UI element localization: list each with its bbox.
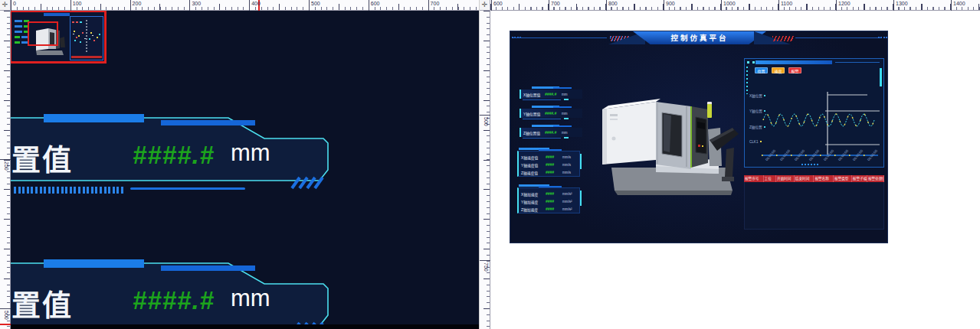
thumbnail-alarm-header — [71, 56, 102, 58]
underline-decor — [523, 138, 561, 138]
alarm-table-body[interactable] — [744, 182, 884, 230]
alarm-table[interactable]: 报警序号工位开始时间结束时间报警名称报警类型报警子编号报警处理值 — [744, 175, 884, 230]
chart-legend: 位置 速度 报警 — [755, 67, 801, 73]
alarm-column-header: 报警子编号 — [852, 175, 867, 182]
speed-value-placeholder: #### — [546, 155, 562, 159]
alarm-column-header: 报警名称 — [814, 175, 834, 182]
viewport-rectangle[interactable] — [28, 21, 58, 46]
axis-label: Z轴位置值 — [523, 130, 545, 135]
ruler-vertical: 250500 — [0, 11, 11, 329]
widget-value-placeholder: ####.# — [133, 286, 215, 315]
axis-position-widget[interactable]: Z轴位置值 ####.# mm — [519, 125, 584, 140]
speed-unit: mm/s — [562, 163, 571, 167]
top-bar-decor — [44, 259, 144, 268]
panel-header-bar — [755, 60, 832, 64]
axis-unit: mm — [562, 93, 568, 96]
step-signal-line — [825, 92, 880, 155]
bottom-dashes-decor — [14, 187, 123, 194]
widget-label: 位置值 — [11, 136, 103, 178]
chart-x-labels: 00:00:0000:00:0000:00:0000:00:0000:00:00… — [765, 159, 881, 163]
top-bar-decor-2 — [553, 87, 572, 89]
speed-label: Y轴速度值 — [521, 162, 546, 168]
speed-row: Y轴速度值 #### mm/s — [521, 161, 579, 168]
position-value-widget[interactable]: 位置值 ####.# mm — [11, 113, 339, 199]
position-value-widget[interactable]: 位置值 ####.# mm — [11, 259, 339, 324]
top-bar-decor-2 — [161, 120, 255, 125]
accel-row: X轴加速度 #### mm/s² — [521, 190, 579, 197]
axis-unit: mm — [562, 112, 568, 116]
panel-scroll-accent — [880, 68, 882, 86]
ruler-horizontal: 60070080090010001100120013001400 — [490, 0, 980, 11]
ruler-origin-crosshair-icon: ✛ — [0, 0, 11, 11]
panel-header-line — [835, 62, 880, 63]
cursor-position-marker — [0, 324, 11, 325]
accel-value-placeholder: #### — [546, 199, 562, 204]
speed-row: X轴速度值 #### mm/s — [521, 153, 579, 161]
accel-label: Y轴加速度 — [521, 199, 546, 204]
axis-value-placeholder: ####.# — [545, 130, 562, 135]
accel-row: Y轴加速度 #### mm/s² — [521, 197, 579, 205]
axis-unit: mm — [562, 131, 568, 135]
speed-unit: mm/s — [562, 171, 571, 174]
tick-decor — [564, 118, 569, 119]
navigator-thumbnail[interactable] — [11, 11, 107, 64]
editor-window-left: ✛ 0100200300400500600700 250500 — [0, 0, 479, 329]
widget-value-placeholder: ####.# — [133, 141, 215, 170]
editor-window-right: ✛ 60070080090010001100120013001400 50075… — [480, 0, 980, 329]
accel-label: X轴加速度 — [521, 191, 546, 197]
accel-row: Z轴加速度 #### mm/s² — [521, 205, 579, 213]
accel-value-placeholder: #### — [546, 191, 562, 196]
panel-left-dashes — [746, 67, 748, 94]
alarm-column-header: 结束时间 — [795, 175, 814, 182]
bracket-decor — [580, 191, 582, 206]
accel-unit: mm/s² — [562, 207, 572, 211]
widget-unit: mm — [231, 139, 270, 167]
accel-unit: mm/s² — [562, 200, 572, 204]
axis-position-widget[interactable]: X轴位置值 ####.# mm — [519, 86, 584, 102]
bottom-line-decor — [130, 187, 245, 190]
bracket-decor — [580, 154, 582, 169]
design-canvas[interactable]: 位置值 ####.# mm — [11, 11, 479, 324]
axis-position-widgets: X轴位置值 ####.# mm Y轴位置值 ####.# — [519, 86, 584, 144]
axis-position-widget[interactable]: Y轴位置值 ####.# mm — [519, 106, 584, 121]
accel-value-placeholder: #### — [546, 207, 562, 211]
speed-label: Z轴速度值 — [521, 170, 546, 175]
thumbnail-chart — [70, 16, 103, 60]
top-bar-decor-2 — [161, 265, 255, 271]
ruler-origin-crosshair-icon: ✛ — [480, 0, 490, 11]
speed-row: Z轴速度值 #### mm/s — [521, 168, 579, 176]
alarm-column-header: 开始时间 — [776, 175, 795, 182]
title-slashes-decor — [772, 36, 794, 41]
legend-chip[interactable]: 速度 — [772, 67, 785, 73]
tick-decor — [564, 99, 569, 100]
alarm-column-header: 报警序号 — [744, 175, 764, 182]
dashboard-title: 控制仿真平台 — [633, 31, 766, 44]
alarm-column-header: 工位 — [764, 175, 776, 182]
top-bar-decor — [44, 114, 144, 122]
accel-label: Z轴加速度 — [521, 207, 546, 212]
widget-unit: mm — [231, 285, 270, 312]
cnc-machine-image[interactable] — [595, 83, 742, 197]
underline-decor — [523, 119, 561, 119]
ruler-horizontal: 0100200300400500600700 — [11, 0, 479, 11]
axis-accel-box[interactable]: X轴加速度 #### mm/s² Y轴加速度 #### mm/s² Z轴加速度 — [517, 184, 580, 215]
legend-chip[interactable]: 位置 — [755, 67, 768, 73]
design-canvas[interactable]: 控制仿真平台 X轴位置值 ####.# mm — [490, 11, 980, 329]
tick-decor — [564, 137, 569, 138]
legend-chip[interactable]: 报警 — [788, 67, 801, 73]
ruler-vertical: 500750 — [480, 11, 490, 329]
axis-value-placeholder: ####.# — [545, 92, 562, 96]
top-bar-decor-2 — [553, 106, 572, 108]
sine-wave-cyan — [763, 114, 874, 126]
canvas-bottom-strip — [11, 324, 479, 329]
alarm-column-header: 报警类型 — [834, 175, 852, 182]
axis-speed-box[interactable]: X轴速度值 #### mm/s Y轴速度值 #### mm/s Z轴速度值 — [517, 148, 580, 178]
alarm-column-header: 报警处理值 — [867, 175, 884, 182]
pagination-dots[interactable] — [801, 164, 818, 165]
trend-chart-panel[interactable]: 位置 速度 报警 X轴位置 Y轴位置 — [744, 58, 884, 168]
dashboard-screen[interactable]: 控制仿真平台 X轴位置值 ####.# mm — [510, 31, 888, 243]
alarm-table-header: 报警序号工位开始时间结束时间报警名称报警类型报警子编号报警处理值 — [744, 175, 884, 182]
underline-decor — [523, 99, 561, 100]
widget-label: 位置值 — [11, 282, 103, 324]
axis-label: X轴位置值 — [523, 92, 545, 97]
